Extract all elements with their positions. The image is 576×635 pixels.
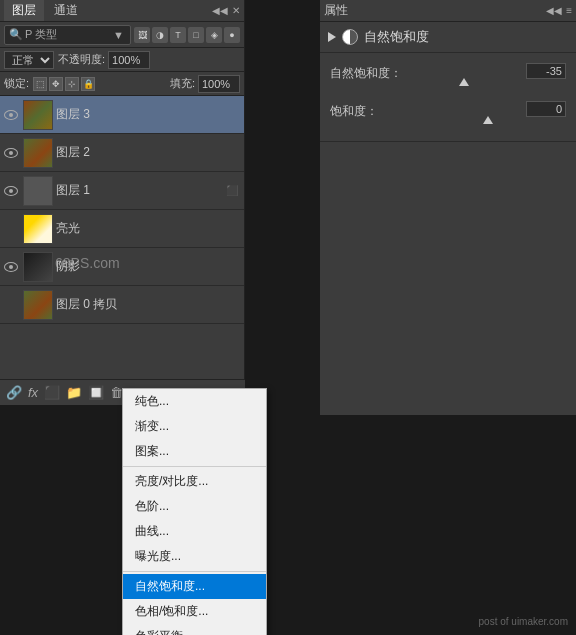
- saturation-thumb[interactable]: [483, 116, 493, 124]
- menu-item-levels[interactable]: 色阶...: [123, 494, 266, 519]
- fill-label: 填充:: [170, 76, 195, 91]
- menu-divider-1: [123, 466, 266, 467]
- menu-item-hsl[interactable]: 色相/饱和度...: [123, 599, 266, 624]
- menu-item-gradient[interactable]: 渐变...: [123, 414, 266, 439]
- folder-icon[interactable]: 📁: [66, 385, 82, 400]
- layer-item[interactable]: 阴影: [0, 248, 244, 286]
- eye-icon-0: [4, 110, 18, 120]
- layer-visibility-4[interactable]: [2, 258, 20, 276]
- layer-name-3: 亮光: [56, 220, 242, 237]
- lock-icons: ⬚ ✥ ⊹ 🔒: [33, 77, 95, 91]
- search-label: P 类型: [25, 27, 111, 42]
- eye-icon-4: [4, 262, 18, 272]
- menu-item-color-balance[interactable]: 色彩平衡...: [123, 624, 266, 635]
- menu-item-exposure[interactable]: 曝光度...: [123, 544, 266, 569]
- layer-name-4: 阴影: [56, 258, 242, 275]
- vibrance-value[interactable]: [526, 63, 566, 79]
- layer-item[interactable]: 图层 2: [0, 134, 244, 172]
- search-icon-box[interactable]: 🔍 P 类型 ▼: [4, 25, 131, 45]
- panel-icons-right: ◀◀ ✕: [212, 5, 240, 16]
- adjustment-icon[interactable]: ⬛: [44, 385, 60, 400]
- tab-layers[interactable]: 图层: [4, 0, 44, 21]
- menu-item-pattern[interactable]: 图案...: [123, 439, 266, 464]
- lock-row: 锁定: ⬚ ✥ ⊹ 🔒 填充:: [0, 72, 244, 96]
- saturation-slider-row: 饱和度：: [330, 101, 566, 121]
- vibrance-slider-row: 自然饱和度：: [330, 63, 566, 83]
- menu-item-vibrance[interactable]: 自然饱和度...: [123, 574, 266, 599]
- lock-all-icon[interactable]: 🔒: [81, 77, 95, 91]
- close-icon[interactable]: ✕: [232, 5, 240, 16]
- layers-panel: 图层 通道 ◀◀ ✕ 🔍 P 类型 ▼ 🖼 ◑ T □ ◈ ● 正常 不透明度:: [0, 0, 245, 405]
- properties-panel-title: 属性: [324, 2, 348, 19]
- layer-visibility-3[interactable]: [2, 220, 20, 238]
- layer-thumb-2: [23, 176, 53, 206]
- panel-header: 图层 通道 ◀◀ ✕: [0, 0, 244, 22]
- layer-name-0: 图层 3: [56, 106, 242, 123]
- opacity-label: 不透明度:: [58, 52, 105, 67]
- layer-badge-2: ⬛: [226, 185, 238, 196]
- layer-visibility-0[interactable]: [2, 106, 20, 124]
- layer-thumb-4: [23, 252, 53, 282]
- search-bar: 🔍 P 类型 ▼ 🖼 ◑ T □ ◈ ●: [0, 22, 244, 48]
- properties-title-row: 自然饱和度: [320, 22, 576, 53]
- fill-box: 填充:: [170, 75, 240, 93]
- properties-panel: 属性 ◀◀ ≡ 自然饱和度 自然饱和度： 饱和度：: [320, 0, 576, 415]
- filter-text-icon[interactable]: T: [170, 27, 186, 43]
- saturation-label: 饱和度：: [330, 103, 410, 120]
- menu-item-curves[interactable]: 曲线...: [123, 519, 266, 544]
- layer-list: 图层 3 图层 2 图层 1 ⬛: [0, 96, 244, 324]
- properties-prop-title: 自然饱和度: [364, 28, 429, 46]
- layer-name-2: 图层 1: [56, 182, 223, 199]
- menu-item-solid[interactable]: 纯色...: [123, 389, 266, 414]
- layer-visibility-1[interactable]: [2, 144, 20, 162]
- right-canvas-area: [320, 415, 576, 635]
- lock-artboard-icon[interactable]: ⊹: [65, 77, 79, 91]
- new-layer-icon[interactable]: 🔲: [88, 385, 104, 400]
- layer-item[interactable]: 图层 0 拷贝: [0, 286, 244, 324]
- opacity-input[interactable]: [108, 51, 150, 69]
- filter-smart-icon[interactable]: ◈: [206, 27, 222, 43]
- blend-mode-select[interactable]: 正常: [4, 51, 54, 69]
- layer-name-5: 图层 0 拷贝: [56, 296, 242, 313]
- properties-panel-icons: ◀◀ ≡: [546, 5, 572, 16]
- blend-row: 正常 不透明度:: [0, 48, 244, 72]
- filter-dot-icon[interactable]: ●: [224, 27, 240, 43]
- properties-menu-icon[interactable]: ≡: [566, 5, 572, 16]
- vibrance-thumb[interactable]: [459, 78, 469, 86]
- eye-icon-1: [4, 148, 18, 158]
- search-dropdown-icon[interactable]: ▼: [113, 29, 124, 41]
- fx-icon[interactable]: fx: [28, 385, 38, 400]
- layer-thumb-3: [23, 214, 53, 244]
- vibrance-label: 自然饱和度：: [330, 65, 410, 82]
- layer-thumb-5: [23, 290, 53, 320]
- eye-icon-2: [4, 186, 18, 196]
- fill-input[interactable]: [198, 75, 240, 93]
- vibrance-icon: [342, 29, 358, 45]
- properties-collapse-icon[interactable]: ◀◀: [546, 5, 562, 16]
- context-menu: 纯色... 渐变... 图案... 亮度/对比度... 色阶... 曲线... …: [122, 388, 267, 635]
- layer-item[interactable]: 图层 1 ⬛: [0, 172, 244, 210]
- layer-item[interactable]: 亮光: [0, 210, 244, 248]
- properties-panel-header: 属性 ◀◀ ≡: [320, 0, 576, 22]
- collapse-icon[interactable]: ◀◀: [212, 5, 228, 16]
- post-label: post of uimaker.com: [479, 616, 568, 627]
- filter-shape-icon[interactable]: □: [188, 27, 204, 43]
- expand-triangle-icon[interactable]: [328, 32, 336, 42]
- layer-thumb-1: [23, 138, 53, 168]
- lock-move-icon[interactable]: ✥: [49, 77, 63, 91]
- filter-image-icon[interactable]: 🖼: [134, 27, 150, 43]
- link-icon[interactable]: 🔗: [6, 385, 22, 400]
- menu-item-brightness[interactable]: 亮度/对比度...: [123, 469, 266, 494]
- saturation-value[interactable]: [526, 101, 566, 117]
- tab-channels[interactable]: 通道: [46, 0, 86, 21]
- filter-adjust-icon[interactable]: ◑: [152, 27, 168, 43]
- lock-pixels-icon[interactable]: ⬚: [33, 77, 47, 91]
- layer-visibility-5[interactable]: [2, 296, 20, 314]
- layer-thumb-0: [23, 100, 53, 130]
- layer-visibility-2[interactable]: [2, 182, 20, 200]
- search-icon: 🔍: [9, 28, 23, 41]
- panel-tabs: 图层 通道: [4, 0, 86, 21]
- slider-section: 自然饱和度： 饱和度：: [320, 53, 576, 142]
- opacity-box: 不透明度:: [58, 51, 150, 69]
- layer-item[interactable]: 图层 3: [0, 96, 244, 134]
